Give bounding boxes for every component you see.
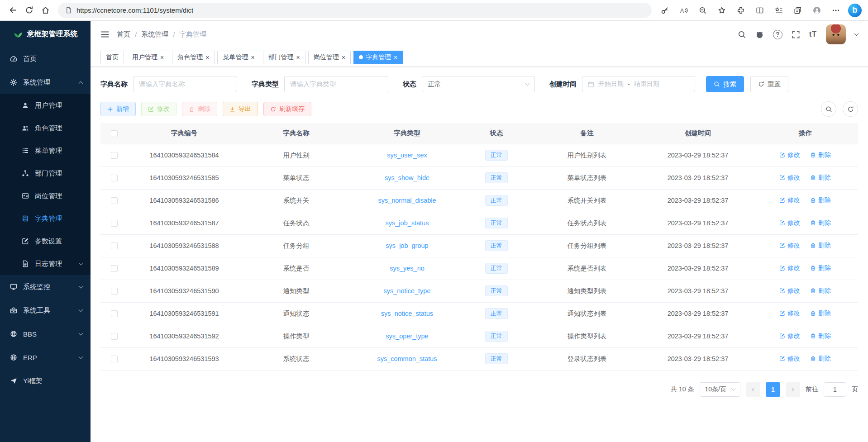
zoom-out-icon[interactable] [694, 3, 711, 18]
close-icon[interactable]: × [251, 54, 254, 61]
sidebar-item-role-management[interactable]: 角色管理 [0, 117, 91, 139]
tab-role-management[interactable]: 角色管理 × [172, 51, 215, 64]
row-delete-button[interactable]: 删除 [810, 174, 831, 182]
toggle-search-button[interactable] [821, 101, 836, 117]
export-button[interactable]: 导出 [223, 102, 258, 116]
sidebar-toggle-icon[interactable] [100, 30, 110, 38]
sidebar-item-bbs[interactable]: BBS [0, 322, 91, 346]
password-key-icon[interactable] [656, 3, 673, 18]
dict-type-link[interactable]: sys_yes_no [390, 265, 424, 272]
dict-type-link[interactable]: sys_oper_type [386, 333, 428, 340]
sidebar-item-system-monitor[interactable]: 系统监控 [0, 275, 91, 299]
row-checkbox[interactable] [111, 288, 118, 295]
row-edit-button[interactable]: 修改 [779, 242, 800, 250]
row-checkbox[interactable] [111, 152, 118, 159]
breadcrumb-home[interactable]: 首页 [117, 30, 130, 39]
close-icon[interactable]: × [296, 54, 300, 61]
extensions-icon[interactable] [732, 3, 749, 18]
help-icon[interactable]: ? [773, 30, 782, 39]
collections-icon[interactable] [789, 3, 806, 18]
prev-page-button[interactable]: ‹ [746, 382, 760, 397]
close-icon[interactable]: × [394, 54, 397, 61]
row-delete-button[interactable]: 删除 [810, 196, 831, 204]
sidebar-item-home[interactable]: 首页 [0, 47, 91, 71]
sidebar-item-system-management[interactable]: 系统管理 [0, 71, 91, 94]
row-checkbox[interactable] [111, 333, 118, 340]
dict-type-link[interactable]: sys_notice_status [381, 310, 433, 317]
row-edit-button[interactable]: 修改 [779, 287, 800, 295]
tab-menu-management[interactable]: 菜单管理 × [217, 51, 260, 64]
edit-button[interactable]: 修改 [141, 102, 176, 116]
dict-type-link[interactable]: sys_normal_disable [378, 197, 436, 204]
sidebar-item-user-management[interactable]: 用户管理 [0, 94, 91, 117]
row-edit-button[interactable]: 修改 [779, 219, 800, 227]
row-delete-button[interactable]: 删除 [810, 287, 831, 295]
dict-type-link[interactable]: sys_job_group [386, 242, 428, 249]
row-delete-button[interactable]: 删除 [810, 242, 831, 250]
sidebar-item-dept-management[interactable]: 部门管理 [0, 162, 91, 185]
row-checkbox[interactable] [111, 175, 118, 181]
tab-dict-management[interactable]: 字典管理 × [353, 51, 403, 64]
reset-button[interactable]: 重置 [750, 76, 788, 92]
row-edit-button[interactable]: 修改 [779, 264, 800, 272]
dict-type-link[interactable]: sys_user_sex [387, 152, 427, 159]
sidebar-item-post-management[interactable]: 岗位管理 [0, 185, 91, 207]
font-size-icon[interactable]: tT [809, 30, 817, 38]
dict-type-link[interactable]: sys_show_hide [385, 174, 429, 181]
tab-home[interactable]: 首页 [100, 51, 124, 64]
row-checkbox[interactable] [111, 265, 118, 272]
browser-back-button[interactable] [5, 3, 21, 18]
refresh-table-button[interactable] [843, 101, 858, 117]
status-select[interactable]: 正常 [422, 76, 535, 92]
tab-dept-management[interactable]: 部门管理 × [263, 51, 305, 64]
sidebar-item-dict-management[interactable]: 字典管理 [0, 207, 91, 230]
delete-button[interactable]: 删除 [182, 102, 217, 116]
row-delete-button[interactable]: 删除 [810, 219, 831, 227]
sidebar-item-menu-management[interactable]: 菜单管理 [0, 139, 91, 162]
row-checkbox[interactable] [111, 242, 118, 249]
row-checkbox[interactable] [111, 220, 118, 227]
bing-icon[interactable]: b [848, 4, 862, 17]
favorites-bar-icon[interactable] [770, 3, 787, 18]
sidebar-item-erp[interactable]: ERP [0, 346, 91, 369]
row-edit-button[interactable]: 修改 [779, 151, 800, 159]
select-all-checkbox[interactable] [111, 130, 118, 137]
dict-type-link[interactable]: sys_notice_type [384, 287, 431, 295]
sidebar-item-param-settings[interactable]: 参数设置 [0, 230, 91, 252]
fullscreen-icon[interactable] [792, 30, 800, 39]
close-icon[interactable]: × [342, 54, 345, 61]
row-delete-button[interactable]: 删除 [810, 309, 831, 318]
favorites-add-icon[interactable] [713, 3, 730, 18]
add-button[interactable]: 新增 [100, 102, 136, 116]
row-checkbox[interactable] [111, 356, 118, 362]
close-icon[interactable]: × [205, 54, 209, 61]
row-edit-button[interactable]: 修改 [779, 309, 800, 318]
address-bar[interactable]: https://ccnetcore.com:1101/system/dict [58, 3, 652, 18]
refresh-cache-button[interactable]: 刷新缓存 [263, 102, 311, 116]
current-page-button[interactable]: 1 [766, 382, 780, 397]
sidebar-item-yi-framework[interactable]: Yi框架 [0, 369, 91, 393]
url-text[interactable]: https://ccnetcore.com:1101/system/dict [76, 6, 193, 14]
user-avatar[interactable] [826, 24, 846, 44]
dict-type-link[interactable]: sys_job_status [386, 219, 429, 227]
date-range-picker[interactable]: 开始日期 - 结束日期 [582, 76, 695, 92]
goto-page-input[interactable] [824, 382, 846, 397]
browser-menu-icon[interactable] [827, 3, 844, 18]
row-edit-button[interactable]: 修改 [779, 355, 800, 363]
row-edit-button[interactable]: 修改 [779, 174, 800, 182]
browser-profile-avatar[interactable] [808, 3, 825, 18]
header-search-icon[interactable] [738, 30, 746, 39]
sidebar-item-system-tools[interactable]: 系统工具 [0, 299, 91, 322]
row-delete-button[interactable]: 删除 [810, 355, 831, 363]
dict-name-input[interactable] [133, 76, 237, 92]
dict-type-link[interactable]: sys_common_status [377, 355, 437, 362]
browser-home-button[interactable] [37, 3, 53, 18]
row-checkbox[interactable] [111, 197, 118, 204]
row-delete-button[interactable]: 删除 [810, 332, 831, 340]
row-edit-button[interactable]: 修改 [779, 332, 800, 340]
tab-user-management[interactable]: 用户管理 × [127, 51, 169, 64]
sidebar-item-log-management[interactable]: 日志管理 [0, 252, 91, 275]
chevron-down-icon[interactable] [854, 31, 859, 36]
row-delete-button[interactable]: 删除 [810, 151, 831, 159]
page-size-select[interactable]: 10条/页 [700, 382, 740, 397]
